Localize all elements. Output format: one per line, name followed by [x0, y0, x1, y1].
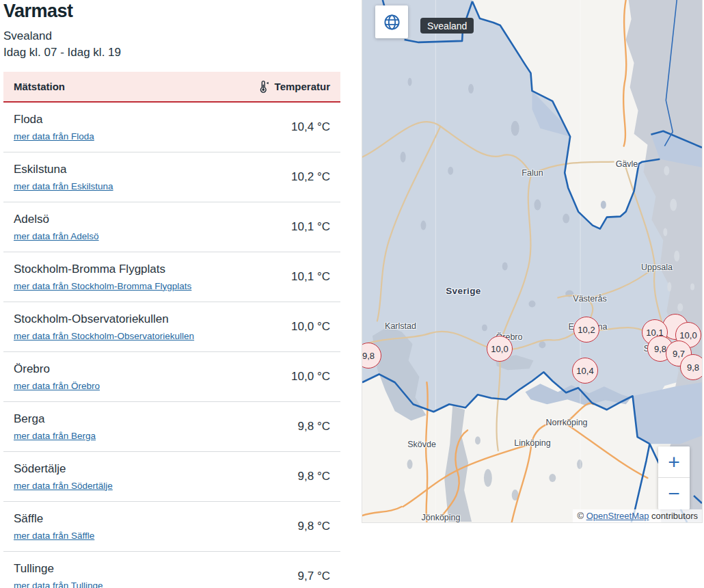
station-name: Tullinge [14, 562, 103, 576]
map-city-label: Uppsala [641, 263, 673, 272]
station-temperature: 9,8 °C [298, 520, 330, 533]
table-row: Södertälje mer data från Södertälje 9,8 … [3, 452, 340, 502]
station-temperature: 9,8 °C [298, 470, 330, 483]
station-more-data-link[interactable]: mer data från Adelsö [14, 231, 99, 241]
map-city-label: Karlstad [385, 321, 416, 331]
copyright-symbol: © [577, 511, 584, 521]
station-temperature: 10,1 °C [291, 220, 330, 234]
station-temperature: 10,4 °C [291, 120, 330, 134]
station-name: Berga [14, 412, 96, 426]
globe-icon [383, 13, 401, 31]
station-more-data-link[interactable]: mer data från Eskilstuna [14, 181, 113, 191]
zoom-in-button[interactable]: + [658, 446, 690, 478]
station-name: Eskilstuna [14, 163, 113, 176]
station-name: Södertälje [14, 462, 113, 476]
table-row: Stockholm-Observatoriekullen mer data fr… [3, 302, 340, 352]
station-name: Örebro [14, 362, 100, 376]
table-row: Stockholm-Bromma Flygplats mer data från… [3, 252, 340, 302]
station-more-data-link[interactable]: mer data från Säffle [14, 531, 94, 541]
table-header: Mätstation Temperatur [3, 72, 340, 103]
column-header-station: Mätstation [14, 81, 65, 92]
map-city-label: Västerås [573, 294, 606, 304]
table-row: Eskilstuna mer data från Eskilstuna 10,2… [3, 152, 340, 202]
map-city-label: Gävle [616, 159, 638, 169]
map-city-label: Linköping [514, 438, 551, 448]
station-temperature: 9,7 °C [298, 570, 330, 583]
station-temperature: 9,8 °C [298, 420, 330, 433]
time-period: Idag kl. 07 - Idag kl. 19 [3, 44, 340, 61]
temperature-marker[interactable]: 10,4 [572, 358, 598, 384]
map-city-label: Skövde [407, 440, 436, 449]
station-temperature: 10,0 °C [291, 320, 330, 334]
map-city-label: Falun [522, 168, 543, 178]
table-row: Tullinge mer data från Tullinge 9,7 °C [3, 552, 340, 588]
station-more-data-link[interactable]: mer data från Stockholm-Bromma Flygplats [14, 281, 191, 291]
station-name: Stockholm-Observatoriekullen [14, 312, 194, 326]
temperature-marker[interactable]: 10,0 [487, 336, 513, 362]
station-name: Stockholm-Bromma Flygplats [14, 263, 191, 276]
station-name: Floda [14, 113, 94, 126]
attribution-suffix: contributors [649, 511, 698, 521]
temperature-marker[interactable]: 10,2 [573, 317, 599, 343]
region-name: Svealand [3, 28, 340, 44]
station-temperature: 10,2 °C [291, 170, 330, 184]
station-more-data-link[interactable]: mer data från Floda [14, 131, 94, 142]
zoom-out-button[interactable]: − [658, 478, 690, 509]
station-table: Mätstation Temperatur Floda [3, 72, 340, 588]
station-temperature: 10,0 °C [291, 370, 330, 384]
region-tooltip: Svealand [420, 18, 474, 34]
station-temperature: 10,1 °C [291, 270, 330, 284]
region-map[interactable]: Falun Gävle Uppsala Västerås Sverige Kar… [362, 0, 702, 522]
weather-panel: Varmast Svealand Idag kl. 07 - Idag kl. … [3, 0, 340, 588]
station-name: Säffle [14, 512, 94, 526]
station-more-data-link[interactable]: mer data från Tullinge [14, 580, 103, 588]
station-rows: Floda mer data från Floda 10,4 °C Eskils… [3, 103, 340, 588]
table-row: Floda mer data från Floda 10,4 °C [3, 103, 340, 152]
column-header-temperature[interactable]: Temperatur [256, 80, 330, 94]
map-city-label: Jönköping [422, 513, 461, 522]
globe-button[interactable] [375, 5, 408, 38]
table-row: Örebro mer data från Örebro 10,0 °C [3, 352, 340, 402]
table-row: Säffle mer data från Säffle 9,8 °C [3, 502, 340, 552]
map-zoom-control: + − [658, 446, 690, 509]
table-row: Adelsö mer data från Adelsö 10,1 °C [3, 202, 340, 252]
map-city-label: Norrköping [545, 418, 587, 427]
station-more-data-link[interactable]: mer data från Örebro [14, 381, 100, 391]
map-city-label: Sverige [446, 286, 481, 296]
map-attribution: © OpenStreetMap contributors [573, 509, 702, 522]
station-more-data-link[interactable]: mer data från Stockholm-Observatoriekull… [14, 331, 194, 341]
openstreetmap-link[interactable]: OpenStreetMap [586, 511, 649, 521]
app-logo: Varmast [3, 1, 340, 22]
station-name: Adelsö [14, 213, 99, 226]
temperature-marker[interactable]: 9,8 [680, 354, 702, 380]
table-row: Berga mer data från Berga 9,8 °C [3, 402, 340, 452]
station-more-data-link[interactable]: mer data från Södertälje [14, 481, 113, 491]
station-more-data-link[interactable]: mer data från Berga [14, 431, 96, 441]
thermometer-sort-icon [256, 80, 270, 94]
